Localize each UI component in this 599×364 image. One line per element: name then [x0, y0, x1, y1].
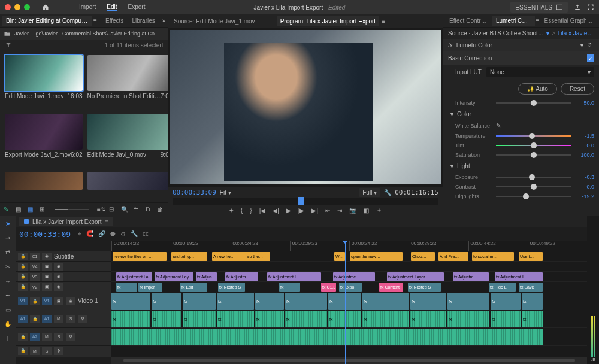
slider-track[interactable] [496, 186, 571, 187]
home-icon[interactable] [42, 4, 49, 11]
timeline-clip[interactable]: fx Adjustm [225, 272, 258, 281]
lumetri-dropdown[interactable]: Lumetri Color [456, 42, 492, 48]
timeline-clip[interactable]: fx Adjustment L [495, 272, 543, 281]
step-back-icon[interactable]: ◀| [273, 207, 279, 214]
timeline-clip[interactable]: fx [362, 311, 409, 327]
clip-thumb[interactable] [87, 172, 168, 198]
clip-thumb[interactable]: Edit Mode Javi_0.mov9:09 [87, 114, 168, 168]
timeline-clip[interactable]: fx [152, 293, 181, 310]
share-icon[interactable] [574, 4, 581, 11]
freeform-view-icon[interactable]: ⊞ [40, 206, 47, 213]
comparison-icon[interactable]: ◧ [364, 207, 369, 214]
slider-track[interactable] [496, 154, 571, 156]
timeline-clip[interactable]: W… [334, 252, 345, 261]
timeline-clip[interactable]: fx [410, 293, 446, 310]
timeline-clip[interactable]: And Pre… [438, 252, 468, 261]
selection-tool-icon[interactable]: ➤ [2, 218, 13, 229]
timeline-clip[interactable]: fx [447, 311, 489, 327]
pen-tool-icon[interactable]: ✎ [4, 206, 11, 213]
slider-value[interactable]: 0.0 [576, 184, 594, 190]
find-icon[interactable]: 🔍 [121, 206, 128, 213]
panel-menu-icon[interactable]: ≡ [93, 17, 101, 25]
slider-knob[interactable] [523, 193, 529, 199]
wrench-icon[interactable]: 🔧 [384, 189, 391, 196]
tab-effects[interactable]: Effects [102, 16, 127, 26]
section-basic-correction[interactable]: Basic Correction ✓ [443, 51, 599, 65]
sequence-link[interactable]: Lila x Javier Import Export · Jav… [558, 30, 594, 37]
viewer-playhead[interactable] [298, 197, 304, 205]
timeline-clip[interactable]: fx Adjustme [333, 272, 375, 281]
slider-knob[interactable] [529, 133, 535, 139]
video-viewer[interactable] [170, 30, 441, 184]
list-view-icon[interactable]: ▤ [16, 206, 23, 213]
minimize-window[interactable] [14, 4, 20, 10]
mark-out-icon[interactable]: } [250, 207, 252, 214]
tab-effect-controls[interactable]: Effect Controls [446, 16, 491, 26]
reset-icon[interactable]: ↺ [587, 41, 594, 48]
menu-import[interactable]: Import [79, 4, 96, 11]
timeline-clip[interactable]: fx [362, 293, 409, 310]
timeline-clip[interactable]: fx [116, 283, 137, 292]
timeline-clip[interactable]: fx Save [519, 283, 543, 292]
timeline-clip[interactable]: fx [111, 293, 150, 310]
maximize-window[interactable] [24, 4, 30, 10]
v1-target[interactable]: V1 [42, 297, 52, 305]
workspace-button[interactable]: ESSENTIALS [510, 2, 568, 13]
timeline-clip[interactable]: fx Adjustment L [267, 272, 321, 281]
timeline-clip[interactable]: fx Adjustment La [116, 272, 152, 281]
timeline-clip[interactable]: fx Nested S [408, 283, 441, 292]
timeline-clip[interactable]: fx [217, 311, 254, 327]
a1-target[interactable]: A1 [42, 315, 52, 323]
type-tool-icon[interactable]: T [2, 333, 13, 344]
v2-label[interactable]: V2 [30, 283, 40, 291]
auto-button[interactable]: ✨ Auto [518, 83, 557, 95]
menu-export[interactable]: Export [128, 4, 146, 11]
filter-icon[interactable] [5, 41, 12, 48]
timeline-clip[interactable]: fx Edit [180, 283, 207, 292]
timeline-clip[interactable]: fx [285, 311, 327, 327]
timeline-ruler[interactable]: 00:00:14:2300:00:19:2300:00:24:2300:00:2… [111, 241, 587, 251]
timeline-clip[interactable]: and bring… [171, 252, 207, 261]
snap-icon[interactable]: ⌖ [78, 230, 81, 238]
timeline-clip[interactable]: Choo… [411, 252, 435, 261]
slider-track[interactable] [496, 102, 571, 104]
marker-icon[interactable]: ⬣ [110, 230, 116, 238]
timeline-clip[interactable]: fx Content [379, 283, 403, 292]
ripple-tool-icon[interactable]: ⇄ [2, 247, 13, 257]
timeline-clip[interactable]: fx [279, 283, 300, 292]
clip-thumb[interactable] [5, 172, 83, 198]
breadcrumb-path[interactable]: Javier …ge\Javier - Commercial Shots\Jav… [14, 31, 164, 37]
timeline-clip[interactable]: fx [183, 311, 216, 327]
step-fwd-icon[interactable]: |▶ [298, 207, 305, 214]
track-content[interactable]: review the files on …and bring…A new he…… [111, 251, 587, 357]
button-editor-icon[interactable]: ＋ [376, 206, 382, 214]
mark-in-icon[interactable]: { [241, 207, 243, 214]
eyedropper-icon[interactable]: ✎ [496, 122, 503, 129]
timeline-clip[interactable]: fx [285, 293, 327, 310]
new-bin-icon[interactable]: 🗀 [133, 206, 140, 213]
timeline-clip[interactable]: Use t… [519, 252, 543, 261]
slider-track[interactable] [496, 145, 571, 146]
linked-selection-icon[interactable]: 🔗 [98, 230, 105, 238]
export-frame-icon[interactable]: 📷 [349, 207, 356, 214]
timeline-clip[interactable]: fx Adjustment Layer [387, 272, 444, 281]
light-section[interactable]: ▾ Light [443, 160, 599, 172]
tab-program[interactable]: Program: Lila x Javier Import Export [277, 16, 380, 26]
slider-value[interactable]: 0.0 [576, 142, 594, 148]
timeline-clip[interactable]: fx [491, 293, 521, 310]
slider-value[interactable]: 100.0 [576, 152, 594, 158]
razor-tool-icon[interactable]: ✂ [2, 261, 13, 272]
slider-knob[interactable] [531, 184, 537, 190]
tab-essential-graphics[interactable]: Essential Graphics [540, 16, 597, 26]
timeline-clip[interactable]: fx [255, 293, 284, 310]
current-timecode[interactable]: 00:00:33:09 [173, 189, 216, 196]
overwrite-icon[interactable]: ⇥ [337, 207, 342, 214]
timeline-clip[interactable]: fx [111, 311, 150, 327]
tab-libraries[interactable]: Libraries [128, 16, 158, 26]
clip-thumb[interactable]: Export Mode Javi_2.mov6:02 [5, 114, 83, 168]
slider-knob[interactable] [531, 152, 537, 158]
wrench-icon[interactable]: 🔧 [131, 230, 138, 238]
a1-source[interactable]: A1 [18, 315, 28, 323]
go-to-in-icon[interactable]: |◀ [259, 207, 266, 214]
timeline-clip[interactable]: fx [255, 311, 284, 327]
